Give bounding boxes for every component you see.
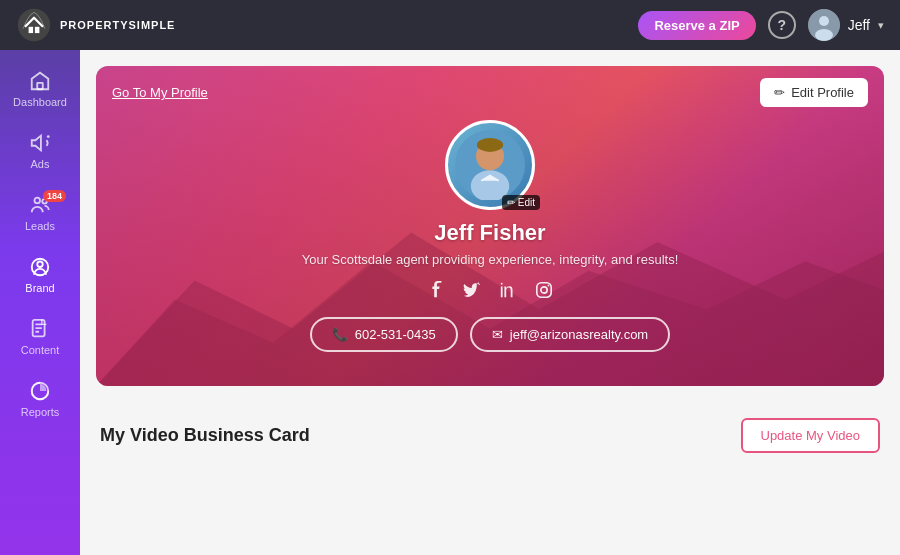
sidebar-label-content: Content: [21, 344, 60, 356]
sidebar-item-dashboard[interactable]: Dashboard: [0, 58, 80, 120]
chart-icon: [29, 380, 51, 402]
profile-tagline: Your Scottsdale agent providing experien…: [302, 252, 679, 267]
svg-point-4: [819, 16, 829, 26]
sidebar-item-content[interactable]: Content: [0, 306, 80, 368]
svg-rect-1: [29, 27, 33, 33]
phone-number: 602-531-0435: [355, 327, 436, 342]
twitter-icon[interactable]: [461, 279, 483, 301]
content-area: Go To My Profile ✏ Edit Profile: [80, 50, 900, 555]
avatar-edit-label: Edit: [518, 197, 535, 208]
document-icon: [29, 318, 51, 340]
sidebar: Dashboard Ads 184 Leads: [0, 50, 80, 555]
sidebar-item-ads[interactable]: Ads: [0, 120, 80, 182]
svg-point-19: [477, 138, 503, 152]
help-icon: ?: [777, 17, 786, 33]
svg-point-21: [541, 287, 547, 293]
reserve-zip-button[interactable]: Reserve a ZIP: [638, 11, 755, 40]
user-name-label: Jeff: [848, 17, 870, 33]
svg-point-5: [815, 29, 833, 41]
sidebar-label-leads: Leads: [25, 220, 55, 232]
svg-point-0: [18, 9, 50, 41]
facebook-icon[interactable]: [425, 279, 447, 301]
chevron-down-icon: ▾: [878, 19, 884, 32]
pencil-icon: ✏: [507, 197, 515, 208]
profile-avatar-wrapper: ✏ Edit: [445, 120, 535, 210]
top-navigation: PROPERTYSIMPLE Reserve a ZIP ? Jeff ▾: [0, 0, 900, 50]
sidebar-item-reports[interactable]: Reports: [0, 368, 80, 430]
contact-buttons: 📞 602-531-0435 ✉ jeff@arizonasrealty.com: [310, 317, 670, 352]
svg-rect-2: [35, 27, 40, 33]
svg-rect-6: [37, 83, 43, 89]
avatar-edit-badge[interactable]: ✏ Edit: [502, 195, 540, 210]
logo: PROPERTYSIMPLE: [16, 7, 175, 43]
home-icon: [29, 70, 51, 92]
linkedin-icon[interactable]: [497, 279, 519, 301]
hero-content: ✏ Edit Jeff Fisher Your Scottsdale agent…: [96, 66, 884, 386]
video-card-title: My Video Business Card: [100, 425, 310, 446]
profile-hero-card: Go To My Profile ✏ Edit Profile: [96, 66, 884, 386]
phone-icon: 📞: [332, 327, 348, 342]
megaphone-icon: [29, 132, 51, 154]
profile-name: Jeff Fisher: [434, 220, 545, 246]
sidebar-label-dashboard: Dashboard: [13, 96, 67, 108]
user-avatar: [808, 9, 840, 41]
leads-badge: 184: [43, 190, 66, 202]
video-section: My Video Business Card Update My Video: [80, 402, 900, 469]
svg-point-11: [37, 262, 43, 268]
help-button[interactable]: ?: [768, 11, 796, 39]
phone-button[interactable]: 📞 602-531-0435: [310, 317, 458, 352]
instagram-icon[interactable]: [533, 279, 555, 301]
video-card-header: My Video Business Card Update My Video: [100, 418, 880, 453]
email-address: jeff@arizonasrealty.com: [510, 327, 648, 342]
svg-point-7: [47, 135, 50, 138]
update-video-button[interactable]: Update My Video: [741, 418, 881, 453]
email-button[interactable]: ✉ jeff@arizonasrealty.com: [470, 317, 670, 352]
sidebar-label-reports: Reports: [21, 406, 60, 418]
sidebar-item-brand[interactable]: Brand: [0, 244, 80, 306]
logo-text: PROPERTYSIMPLE: [60, 19, 175, 31]
user-menu[interactable]: Jeff ▾: [808, 9, 884, 41]
sidebar-label-brand: Brand: [25, 282, 54, 294]
user-circle-icon: [29, 256, 51, 278]
sidebar-label-ads: Ads: [31, 158, 50, 170]
email-icon: ✉: [492, 327, 503, 342]
sidebar-item-leads[interactable]: 184 Leads: [0, 182, 80, 244]
main-layout: Dashboard Ads 184 Leads: [0, 50, 900, 555]
svg-point-8: [35, 198, 41, 204]
svg-point-22: [548, 285, 550, 287]
profile-photo: [455, 130, 525, 200]
topnav-right: Reserve a ZIP ? Jeff ▾: [638, 9, 884, 41]
social-icons: [425, 279, 555, 301]
